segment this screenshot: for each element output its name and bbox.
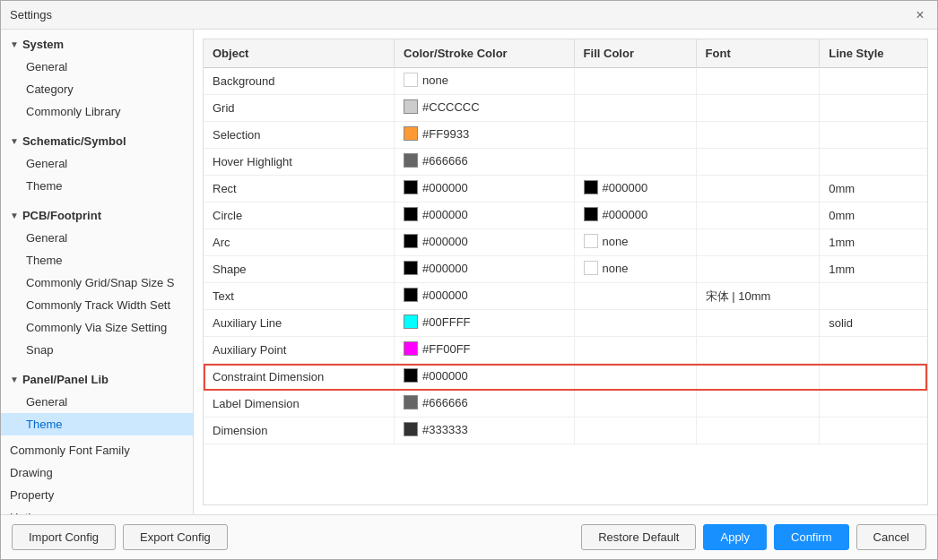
sidebar-group-panel[interactable]: ▼ Panel/Panel Lib [1,368,193,391]
cell-fill: none [574,229,696,256]
sidebar-item-pcb-grid-snap[interactable]: Commonly Grid/Snap Size S [1,271,193,294]
main-content: ▼ System General Category Commonly Libra… [1,30,937,514]
cell-stroke: #00FFFF [395,310,575,337]
table-row[interactable]: Text#000000宋体 | 10mm [204,283,927,310]
cancel-button[interactable]: Cancel [856,524,926,550]
cell-stroke: none [395,68,575,95]
sidebar-item-pcb-snap[interactable]: Snap [1,339,193,361]
col-fill-color: Fill Color [574,39,696,68]
cell-line-style [820,364,927,391]
cell-stroke: #000000 [395,364,575,391]
apply-button[interactable]: Apply [703,524,767,550]
table-row[interactable]: Dimension#333333 [204,418,927,444]
cell-line-style: 1mm [820,256,927,283]
table-row[interactable]: Hover Highlight#666666 [204,149,927,176]
cell-object: Constraint Dimension [204,364,395,391]
settings-dialog: Settings × ▼ System General Category Com… [0,0,938,560]
col-line-style: Line Style [820,39,927,68]
restore-default-button[interactable]: Restore Default [581,524,696,550]
table-row[interactable]: Auxiliary Line#00FFFFsolid [204,310,927,337]
settings-table: Object Color/Stroke Color Fill Color Fon… [204,39,927,444]
cell-object: Hover Highlight [204,149,395,176]
cell-line-style [820,337,927,364]
cell-font [696,229,820,256]
cell-object: Shape [204,256,395,283]
sidebar-item-schematic-general[interactable]: General [1,152,193,175]
cell-line-style: 0mm [820,202,927,229]
cell-fill: #000000 [574,176,696,202]
sidebar: ▼ System General Category Commonly Libra… [1,30,194,514]
sidebar-item-system-general[interactable]: General [1,56,193,78]
cell-fill: none [574,256,696,283]
footer: Import Config Export Config Restore Defa… [1,514,937,559]
cell-line-style [820,418,927,444]
cell-line-style: 0mm [820,176,927,202]
cell-line-style: 1mm [820,229,927,256]
cell-font [696,337,820,364]
arrow-icon-schematic: ▼ [10,136,19,146]
table-row[interactable]: Grid#CCCCCC [204,95,927,122]
cell-fill [574,149,696,176]
content-area: Object Color/Stroke Color Fill Color Fon… [194,30,937,514]
sidebar-item-panel-theme[interactable]: Theme [1,413,193,435]
table-row[interactable]: Rect#000000#0000000mm [204,176,927,202]
sidebar-item-schematic-theme[interactable]: Theme [1,175,193,197]
sidebar-item-pcb-general[interactable]: General [1,227,193,249]
cell-fill [574,122,696,149]
sidebar-group-schematic[interactable]: ▼ Schematic/Symbol [1,130,193,152]
cell-object: Rect [204,176,395,202]
sidebar-group-pcb[interactable]: ▼ PCB/Footprint [1,204,193,227]
cell-fill [574,418,696,444]
sidebar-group-system[interactable]: ▼ System [1,33,193,56]
export-config-button[interactable]: Export Config [123,524,228,550]
cell-fill [574,391,696,418]
table-header-row: Object Color/Stroke Color Fill Color Fon… [204,39,927,68]
close-button[interactable]: × [912,7,928,23]
sidebar-group-schematic-label: Schematic/Symbol [22,134,126,148]
cell-font: 宋体 | 10mm [696,283,820,310]
cell-object: Label Dimension [204,391,395,418]
cell-fill [574,68,696,95]
cell-object: Auxiliary Point [204,337,395,364]
cell-font [696,149,820,176]
table-row[interactable]: Label Dimension#666666 [204,391,927,418]
sidebar-section-pcb: ▼ PCB/Footprint General Theme Commonly G… [1,201,193,365]
sidebar-group-pcb-label: PCB/Footprint [22,209,101,222]
cell-fill: #000000 [574,202,696,229]
arrow-icon-panel: ▼ [10,375,19,384]
confirm-button[interactable]: Confirm [774,524,849,550]
sidebar-item-property[interactable]: Property [1,484,193,506]
col-object: Object [204,39,395,68]
sidebar-item-pcb-track-width[interactable]: Commonly Track Width Sett [1,294,193,316]
sidebar-item-commonly-font[interactable]: Commonly Font Family [1,439,193,461]
table-row[interactable]: Constraint Dimension#000000 [204,364,927,391]
cell-object: Text [204,283,395,310]
table-row[interactable]: Auxiliary Point#FF00FF [204,337,927,364]
cell-stroke: #CCCCCC [395,95,575,122]
cell-fill [574,364,696,391]
cell-stroke: #666666 [395,391,575,418]
sidebar-item-system-commonly-library[interactable]: Commonly Library [1,100,193,123]
sidebar-item-pcb-theme[interactable]: Theme [1,249,193,271]
table-row[interactable]: Circle#000000#0000000mm [204,202,927,229]
cell-font [696,364,820,391]
cell-font [696,122,820,149]
col-font: Font [696,39,820,68]
table-row[interactable]: Shape#000000none1mm [204,256,927,283]
cell-line-style [820,122,927,149]
sidebar-item-panel-general[interactable]: General [1,391,193,413]
sidebar-item-hotkey[interactable]: Hotkey [1,506,193,514]
table-row[interactable]: Selection#FF9933 [204,122,927,149]
cell-fill [574,95,696,122]
sidebar-item-pcb-via-size[interactable]: Commonly Via Size Setting [1,316,193,339]
footer-left: Import Config Export Config [12,524,228,550]
table-row[interactable]: Backgroundnone [204,68,927,95]
table-row[interactable]: Arc#000000none1mm [204,229,927,256]
cell-stroke: #FF00FF [395,337,575,364]
footer-right: Restore Default Apply Confirm Cancel [581,524,926,550]
cell-font [696,176,820,202]
cell-object: Auxiliary Line [204,310,395,337]
import-config-button[interactable]: Import Config [12,524,116,550]
sidebar-item-drawing[interactable]: Drawing [1,461,193,484]
sidebar-item-system-category[interactable]: Category [1,78,193,100]
